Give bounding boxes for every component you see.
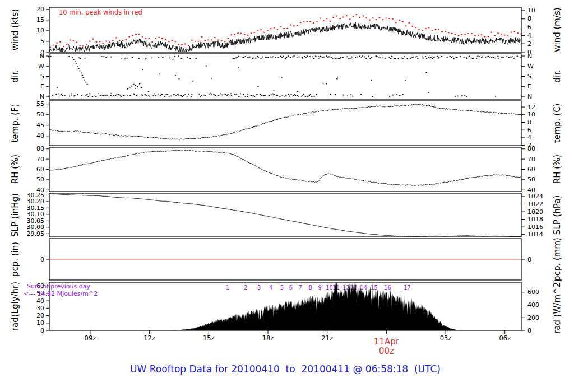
panel-temp-right-ticks: 12108642	[521, 104, 535, 150]
svg-text:2: 2	[527, 40, 531, 48]
panel-rad-right-ticks: 6004002000	[521, 288, 539, 334]
svg-text:40: 40	[36, 297, 44, 305]
svg-text:10: 10	[527, 111, 535, 118]
svg-text:600: 600	[527, 288, 539, 296]
rad-sum-note-line2: <--- 14.92 MJoules/m^2	[24, 290, 98, 297]
x-tick-label: 12z	[144, 334, 155, 342]
svg-text:0: 0	[527, 327, 531, 334]
temp-trace	[49, 104, 521, 140]
panel-slp: 30.2530.2030.1530.1030.0530.0029.9510241…	[27, 192, 544, 238]
svg-text:6: 6	[527, 127, 531, 134]
axis-label-pcp-in: pcp. (in)	[10, 242, 20, 277]
svg-text:15: 15	[36, 16, 44, 24]
rh-trace	[49, 150, 521, 186]
svg-text:0: 0	[527, 256, 531, 263]
axis-label-slp-hpa: SLP (hPa)	[552, 195, 562, 235]
axis-label-dir-right: dir.	[552, 69, 562, 82]
svg-text:8: 8	[527, 15, 531, 22]
x-tick-label: 06z	[499, 334, 511, 342]
svg-text:16: 16	[384, 284, 391, 291]
svg-text:10: 10	[326, 284, 333, 291]
panel-temp-frame	[49, 101, 521, 146]
svg-text:1022: 1022	[527, 200, 543, 208]
axis-label-wind-ms: wind (m/s)	[552, 7, 562, 52]
panel-wind-right-ticks: 0246810	[521, 7, 535, 55]
svg-text:N: N	[527, 53, 532, 60]
panel-rh: 80706050408070605040	[36, 145, 535, 193]
svg-text:1024: 1024	[527, 193, 543, 200]
panel-temp-left-ticks: 55504540	[36, 100, 49, 139]
svg-text:4: 4	[527, 134, 531, 141]
svg-text:400: 400	[527, 301, 539, 309]
svg-text:60: 60	[36, 166, 44, 173]
slp-trace	[49, 194, 521, 236]
svg-text:200: 200	[527, 314, 539, 321]
axis-label-rh-right: RH (%)	[552, 155, 562, 184]
x-tick-label: 03z	[440, 334, 452, 342]
x-tick-label-date: 11Apr	[374, 337, 400, 347]
svg-text:50: 50	[36, 111, 44, 118]
panel-pcp-left-ticks: 0	[40, 256, 49, 263]
x-tick-label: 09z	[85, 334, 96, 342]
panel-pcp: 00	[40, 239, 531, 280]
svg-text:7: 7	[299, 284, 302, 291]
panel-rh-right-ticks: 8070605040	[521, 145, 535, 193]
panel-slp-left-ticks: 30.2530.2030.1530.1030.0530.0029.95	[27, 192, 50, 237]
axis-label-slp-inhg: SLP (inHg)	[10, 193, 20, 237]
x-tick-label: 18z	[262, 334, 274, 342]
svg-text:15: 15	[371, 284, 378, 291]
svg-text:10: 10	[527, 7, 535, 14]
time-axis: 09z12z15z18z21z11Apr00z03z06z	[85, 330, 511, 356]
svg-text:8: 8	[309, 284, 312, 291]
svg-text:1014: 1014	[527, 231, 543, 238]
svg-text:29.95: 29.95	[27, 230, 45, 237]
panel-slp-frame	[49, 193, 521, 237]
svg-text:4: 4	[269, 284, 272, 291]
axis-label-pcp-mm: pcp. (mm)	[552, 237, 562, 281]
panel-temp: 5550454012108642	[36, 100, 535, 149]
svg-text:13: 13	[350, 284, 358, 291]
axis-label-wind-kts: wind (kts)	[10, 9, 20, 50]
svg-text:1: 1	[226, 284, 229, 291]
wind-peak-dots	[50, 14, 522, 48]
svg-text:0: 0	[40, 327, 44, 334]
panel-slp-right-ticks: 102410221020101810161014	[521, 193, 543, 238]
svg-text:60: 60	[527, 166, 535, 173]
svg-text:12: 12	[527, 104, 535, 111]
svg-text:45: 45	[36, 122, 44, 129]
svg-text:5: 5	[40, 38, 44, 45]
svg-text:S: S	[40, 73, 44, 80]
meteogram-page: 051015200246810NWSENNWSEN555045401210864…	[0, 0, 574, 392]
svg-text:50: 50	[527, 176, 535, 183]
svg-text:N: N	[40, 93, 44, 100]
panel-dir-frame	[49, 54, 521, 99]
panel-rh-frame	[49, 147, 521, 192]
axis-label-rad-lgly: rad(Lgly/hr)	[10, 282, 20, 331]
svg-text:E: E	[527, 83, 531, 90]
axis-label-rad-wm2: rad (W/m^2)	[552, 279, 562, 334]
svg-text:6: 6	[289, 284, 293, 291]
svg-text:4: 4	[527, 32, 531, 39]
svg-text:20: 20	[36, 6, 44, 13]
svg-text:30: 30	[36, 305, 44, 312]
panel-dir: NWSENNWSEN	[38, 53, 534, 101]
svg-text:70: 70	[36, 156, 44, 163]
svg-text:1020: 1020	[527, 208, 543, 216]
svg-text:5: 5	[280, 284, 284, 291]
svg-text:E: E	[40, 83, 44, 90]
svg-text:10: 10	[36, 319, 44, 326]
svg-text:N: N	[527, 93, 532, 100]
svg-text:50: 50	[36, 176, 44, 183]
panel-dir-left-ticks: NWSEN	[38, 53, 49, 101]
axis-label-temp-c: temp. (C)	[552, 104, 562, 143]
x-tick-label: 15z	[203, 334, 215, 342]
x-tick-label: 21z	[321, 334, 333, 342]
axis-label-rh-left: RH (%)	[10, 155, 20, 184]
panel-rad: 6050403020100600400200012345678910111213…	[36, 282, 539, 334]
svg-text:1016: 1016	[527, 223, 543, 231]
svg-text:10: 10	[36, 27, 44, 34]
svg-text:17: 17	[404, 284, 411, 291]
dir-scatter	[48, 55, 522, 97]
wind-trace	[49, 22, 521, 52]
svg-text:W: W	[38, 63, 44, 70]
